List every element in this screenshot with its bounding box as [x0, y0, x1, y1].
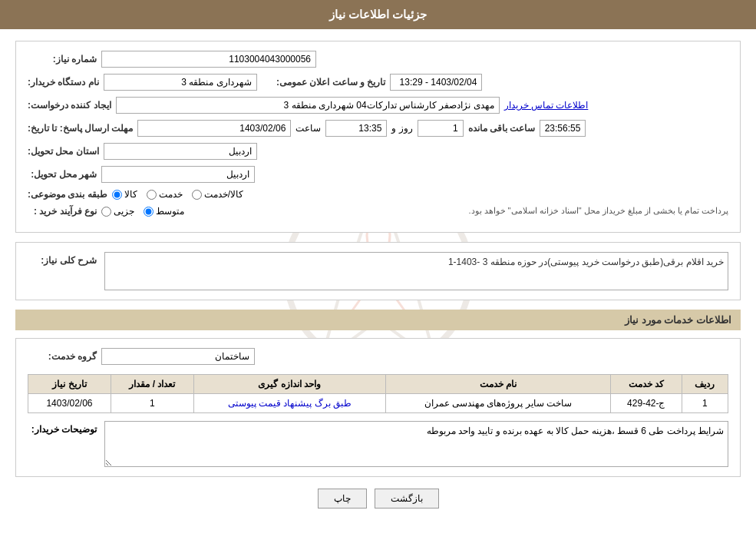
col-radif: ردیف: [682, 375, 728, 394]
nam-dastgah-label: نام دستگاه خریدار:: [28, 77, 99, 88]
page-title: جزئیات اطلاعات نیاز: [0, 0, 756, 29]
tosifat-textarea[interactable]: شرایط پرداخت طی 6 قسط ،هزینه حمل کالا به…: [104, 421, 728, 467]
radio-jozei-label: جزیی: [114, 206, 134, 217]
roz-label: روز و: [391, 123, 412, 134]
radio-kala-label: کالا: [124, 189, 137, 200]
radio-kala-khadamat[interactable]: کالا/خدمت: [192, 189, 243, 200]
grohe-khadamat-value: ساختمان: [101, 348, 255, 365]
radio-motasat[interactable]: متوسط: [144, 206, 184, 217]
col-tarikh: تاریخ نیاز: [28, 375, 111, 394]
tarikhAelan-value: 1403/02/04 - 13:29: [390, 74, 482, 91]
contact-link[interactable]: اطلاعات تماس خریدار: [504, 100, 589, 111]
radio-khadamat[interactable]: خدمت: [147, 189, 183, 200]
mohlatersalpasikh-label: مهلت ارسال پاسخ: تا تاریخ:: [28, 123, 133, 134]
tarikhAelan-label: تاریخ و ساعت اعلان عمومی:: [276, 77, 385, 88]
col-kod: کد خدمت: [610, 375, 682, 394]
radio-kala[interactable]: کالا: [112, 189, 137, 200]
col-nam: نام خدمت: [385, 375, 610, 394]
radio-jozei[interactable]: جزیی: [101, 206, 134, 217]
tarikh-value: 1403/02/06: [137, 120, 291, 137]
noe-farayand-label: نوع فرآیند خرید :: [28, 206, 97, 217]
col-tedad: تعداد / مقدار: [111, 375, 193, 394]
tabaghe-label: طبقه بندی موضوعی:: [28, 189, 107, 200]
farayand-radio-group: متوسط جزیی: [101, 206, 184, 217]
cell-tedad: 1: [111, 394, 193, 413]
shomare-niaz-label: شماره نیاز:: [28, 54, 97, 65]
services-section-title: اطلاعات خدمات مورد نیاز: [15, 310, 741, 330]
tabaghe-radio-group: کالا/خدمت خدمت کالا: [112, 189, 243, 200]
buttons-row: بازگشت چاپ: [15, 489, 741, 509]
saat-baghi-label: ساعت باقی مانده: [468, 123, 536, 134]
ostan-label: استان محل تحویل:: [28, 146, 99, 157]
shahr-label: شهر محل تحویل:: [28, 169, 97, 180]
services-table: ردیف کد خدمت نام خدمت واحد اندازه گیری ت…: [28, 374, 728, 413]
radio-motasat-label: متوسط: [156, 206, 184, 217]
cell-vahed: طبق برگ پیشنهاد قیمت پیوستی: [193, 394, 385, 413]
ijad-konande-value: مهدی نژادصفر کارشناس تداركات04 شهرداری م…: [116, 97, 500, 114]
farayand-desc: پرداخت تمام یا بخشی از مبلغ خریداز محل "…: [189, 206, 728, 216]
shomare-niaz-value: 1103004043000056: [101, 51, 316, 68]
radio-khadamat-label: خدمت: [159, 189, 183, 200]
radio-kala-khadamat-label: کالا/خدمت: [204, 189, 243, 200]
nam-dastgah-value: شهرداری منطقه 3: [104, 74, 257, 91]
col-vahed: واحد اندازه گیری: [193, 375, 385, 394]
shahr-value: اردبیل: [101, 166, 255, 183]
cell-tarikh: 1403/02/06: [28, 394, 111, 413]
cell-nam: ساخت سایر پروژه‌های مهندسی عمران: [385, 394, 610, 413]
sharh-label: شرح کلی نیاز:: [28, 252, 97, 266]
ostan-value: اردبیل: [104, 143, 257, 160]
table-row: 1 ج-42-429 ساخت سایر پروژه‌های مهندسی عم…: [28, 394, 728, 413]
ijad-konande-label: ایجاد کننده درخواست:: [28, 100, 111, 111]
saat-baghi-value: 23:56:55: [540, 120, 586, 137]
roz-value: 1: [418, 120, 464, 137]
back-button[interactable]: بازگشت: [375, 489, 439, 509]
saat-value: 13:35: [325, 120, 387, 137]
cell-kod: ج-42-429: [610, 394, 682, 413]
print-button[interactable]: چاپ: [318, 489, 367, 509]
buyer-desc-area: شرایط پرداخت طی 6 قسط ،هزینه حمل کالا به…: [28, 421, 728, 467]
sharh-textarea[interactable]: خرید اقلام برقی(طبق درخواست خرید پیوستی)…: [104, 252, 728, 290]
grohe-khadamat-label: گروه خدمت:: [28, 351, 97, 362]
cell-radif: 1: [682, 394, 728, 413]
tosifat-label: توضیحات خریدار:: [28, 421, 97, 435]
saat-label: ساعت: [295, 123, 321, 134]
